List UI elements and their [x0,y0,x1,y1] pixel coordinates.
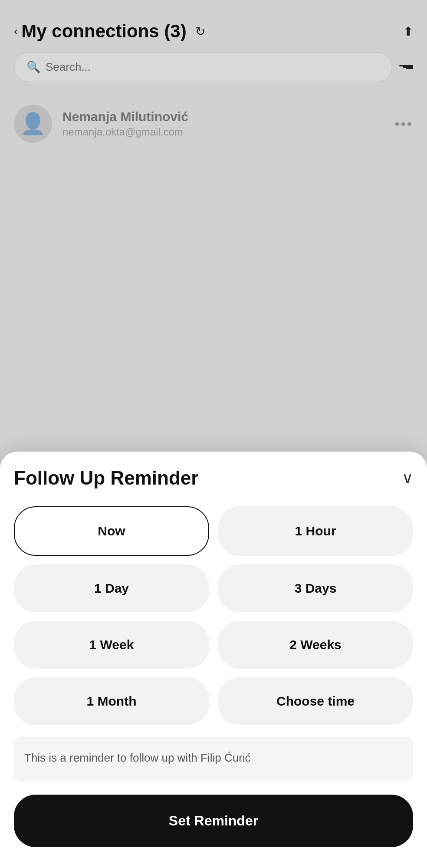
time-option-1month[interactable]: 1 Month [14,677,209,725]
sheet-close-icon[interactable]: ∨ [402,469,413,487]
time-option-now[interactable]: Now [14,506,209,556]
time-option-1hour[interactable]: 1 Hour [218,506,413,556]
time-option-1week[interactable]: 1 Week [14,621,209,669]
time-option-2weeks[interactable]: 2 Weeks [218,621,413,669]
follow-up-reminder-sheet: Follow Up Reminder ∨ Now 1 Hour 1 Day 3 … [0,452,427,868]
sheet-title: Follow Up Reminder [14,467,198,489]
time-option-3days[interactable]: 3 Days [218,564,413,612]
set-reminder-button[interactable]: Set Reminder [14,795,413,847]
reminder-text-preview: This is a reminder to follow up with Fil… [14,737,413,781]
time-option-1day[interactable]: 1 Day [14,564,209,612]
time-options-grid: Now 1 Hour 1 Day 3 Days 1 Week 2 Weeks 1… [14,506,413,725]
time-option-choose-time[interactable]: Choose time [218,677,413,725]
